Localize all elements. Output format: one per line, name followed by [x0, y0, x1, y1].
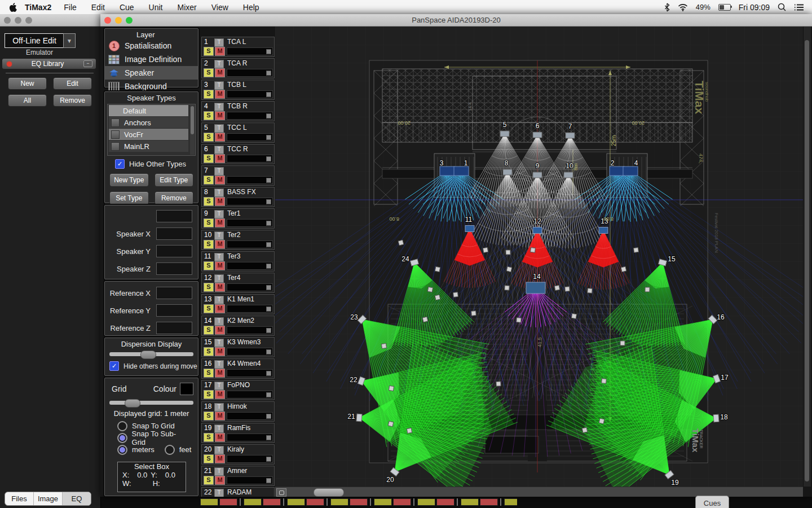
radio-meters[interactable]	[117, 445, 127, 455]
anchor-marker[interactable]	[517, 318, 521, 322]
speaker-type-anchors[interactable]: Anchors	[109, 117, 188, 128]
channel-fader[interactable]	[227, 133, 273, 141]
speaker-object-3[interactable]	[440, 167, 454, 176]
anchor-marker[interactable]	[427, 287, 433, 292]
solo-button[interactable]: S	[204, 240, 214, 249]
grid-colour-swatch[interactable]	[180, 383, 193, 395]
anchor-marker[interactable]	[571, 313, 576, 318]
channel-type-button[interactable]: T	[214, 489, 224, 497]
hide-other-types-checkbox[interactable]: ✓	[115, 159, 125, 169]
channel-type-button[interactable]: T	[214, 81, 224, 90]
dispersion-slider[interactable]	[109, 352, 193, 356]
channel-type-button[interactable]: T	[214, 339, 224, 347]
anchor-marker[interactable]	[483, 247, 488, 252]
solo-button[interactable]: S	[204, 90, 214, 99]
channel-type-button[interactable]: T	[214, 38, 224, 47]
channel-fader[interactable]	[227, 112, 273, 120]
channel-fader[interactable]	[227, 412, 273, 420]
anchor-marker[interactable]	[398, 240, 404, 246]
scrollbar-thumb[interactable]	[805, 40, 809, 481]
anchor-marker[interactable]	[389, 386, 394, 391]
mute-button[interactable]: M	[215, 476, 225, 485]
cues-button[interactable]: Cues	[695, 496, 729, 508]
menu-item-unit[interactable]: Unit	[149, 3, 163, 12]
anchor-marker[interactable]	[506, 250, 510, 255]
channel-fader[interactable]	[227, 47, 273, 55]
tab-eq[interactable]: EQ	[63, 492, 91, 505]
tab-files[interactable]: Files	[5, 492, 34, 505]
all-button[interactable]: All	[8, 94, 47, 107]
radio-snap-to-sub-grid[interactable]	[117, 433, 127, 443]
channel-type-button[interactable]: T	[214, 446, 224, 454]
new-type-button[interactable]: New Type	[109, 173, 149, 187]
reference-y-field[interactable]	[156, 304, 192, 317]
speaker-object-1[interactable]	[454, 167, 469, 176]
edit-button[interactable]: Edit	[53, 77, 92, 90]
anchor-marker[interactable]	[645, 287, 650, 292]
mute-button[interactable]: M	[215, 176, 225, 185]
close-icon[interactable]	[104, 17, 111, 24]
menu-item-help[interactable]: Help	[243, 3, 259, 12]
speaker-extra-field[interactable]	[156, 210, 192, 222]
solo-button[interactable]: S	[204, 47, 214, 56]
solo-button[interactable]: S	[204, 476, 214, 485]
channel-type-button[interactable]: T	[214, 253, 224, 261]
speaker-type-vocfr[interactable]: VocFr	[109, 129, 188, 140]
channel-fader[interactable]	[227, 348, 273, 356]
solo-button[interactable]: S	[204, 433, 214, 442]
menu-item-view[interactable]: View	[211, 3, 228, 12]
mute-button[interactable]: M	[215, 454, 225, 463]
speaker-object-11[interactable]	[465, 226, 474, 232]
list-icon[interactable]	[794, 3, 804, 11]
mute-button[interactable]: M	[215, 261, 225, 270]
channel-type-button[interactable]: T	[214, 231, 224, 240]
layer-item-speaker[interactable]: Speaker	[105, 66, 198, 80]
channel-fader[interactable]	[227, 455, 273, 463]
anchor-marker[interactable]	[505, 286, 509, 290]
solo-button[interactable]: S	[204, 283, 214, 292]
menu-item-cue[interactable]: Cue	[120, 3, 134, 12]
speaker-object-13[interactable]	[599, 227, 608, 234]
channel-fader[interactable]	[227, 369, 273, 377]
reference-z-field[interactable]	[156, 322, 192, 334]
channel-fader[interactable]	[227, 476, 273, 484]
hide-during-move-checkbox[interactable]: ✓	[109, 361, 119, 371]
mute-button[interactable]: M	[215, 154, 225, 163]
scrollbar[interactable]	[190, 105, 195, 155]
menu-item-file[interactable]: File	[64, 3, 77, 12]
speaker-object-21[interactable]	[356, 414, 362, 422]
anchor-marker[interactable]	[599, 418, 604, 423]
mute-button[interactable]: M	[215, 197, 225, 206]
speaker-object-8[interactable]	[503, 169, 512, 175]
speaker-type-mainlr[interactable]: MainLR	[109, 141, 188, 152]
speaker-z-field[interactable]	[156, 262, 192, 275]
solo-button[interactable]: S	[204, 390, 214, 399]
solo-button[interactable]: S	[204, 111, 214, 120]
channel-type-button[interactable]: T	[214, 467, 224, 476]
menubar-clock[interactable]: Fri 09:09	[739, 3, 770, 12]
speaker-object-14[interactable]	[526, 282, 545, 294]
solo-button[interactable]: S	[204, 411, 214, 421]
anchor-marker[interactable]	[621, 266, 626, 272]
mute-button[interactable]: M	[215, 411, 225, 421]
speaker-object-2[interactable]	[610, 167, 624, 176]
mute-button[interactable]: M	[215, 47, 225, 56]
bluetooth-icon[interactable]	[664, 3, 670, 12]
new-button[interactable]: New	[8, 77, 47, 90]
menu-item-edit[interactable]: Edit	[91, 3, 105, 12]
channel-type-button[interactable]: T	[214, 274, 224, 283]
speaker-y-field[interactable]	[156, 245, 192, 257]
remove-button[interactable]: Remove	[53, 94, 92, 107]
channel-type-button[interactable]: T	[214, 403, 224, 411]
solo-button[interactable]: S	[204, 68, 214, 77]
speaker-object-5[interactable]	[500, 131, 509, 137]
layer-item-image-definition[interactable]: Image Definition	[105, 52, 198, 66]
solo-button[interactable]: S	[204, 218, 214, 227]
mute-button[interactable]: M	[215, 347, 225, 356]
solo-button[interactable]: S	[204, 176, 214, 185]
anchor-marker[interactable]	[565, 287, 570, 291]
channel-type-button[interactable]: T	[214, 124, 224, 133]
channel-type-button[interactable]: T	[214, 360, 224, 369]
panspace-canvas[interactable]: 3124567891011121314241523162217211820192…	[275, 27, 803, 487]
menu-item-mixer[interactable]: Mixer	[178, 3, 197, 12]
